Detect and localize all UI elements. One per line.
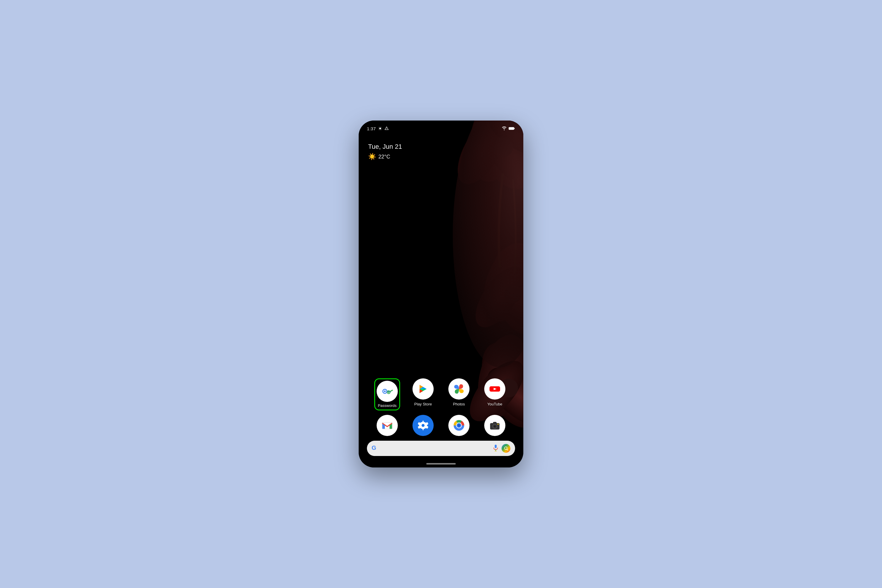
phone-frame: 1:37 [358, 120, 524, 468]
app-item-youtube[interactable]: YouTube [479, 378, 511, 409]
svg-point-52 [494, 426, 496, 427]
youtube-icon-wrap [484, 378, 506, 399]
weather-icon: ☀️ [368, 153, 376, 160]
svg-rect-19 [514, 128, 514, 129]
passwords-icon [380, 384, 395, 399]
wifi-icon [502, 126, 507, 130]
svg-rect-55 [495, 445, 497, 448]
date-text: Tue, Jun 21 [368, 143, 514, 150]
app-item-settings[interactable] [407, 415, 439, 436]
svg-line-59 [507, 449, 508, 450]
svg-point-40 [422, 424, 424, 427]
alert-icon [384, 126, 388, 130]
app-item-passwords[interactable]: Passwords [371, 378, 403, 409]
lens-icon[interactable] [502, 444, 510, 453]
status-time: 1:37 [367, 126, 376, 131]
play-store-icon [416, 381, 431, 397]
youtube-icon [487, 381, 502, 397]
mic-icon[interactable] [493, 444, 499, 452]
passwords-icon-wrap [376, 381, 398, 402]
phone-content: 1:37 [358, 120, 524, 468]
google-g-icon: G [372, 444, 378, 453]
play-store-icon-wrap [412, 378, 434, 399]
camera-icon [487, 418, 502, 433]
home-indicator [358, 463, 524, 468]
photos-icon [451, 381, 466, 397]
svg-text:G: G [372, 444, 376, 451]
passwords-label: Passwords [376, 402, 398, 410]
battery-icon [508, 127, 515, 130]
app-item-gmail[interactable] [371, 415, 403, 436]
app-item-chrome[interactable] [443, 415, 475, 436]
main-spacer [358, 160, 524, 378]
svg-point-25 [384, 390, 386, 392]
photos-icon-wrap [448, 378, 470, 399]
photos-label: Photos [453, 402, 465, 406]
home-bar [426, 463, 456, 465]
app-item-photos[interactable]: Photos [443, 378, 475, 409]
gmail-icon-wrap [376, 415, 398, 436]
weather-row: ☀️ 22°C [368, 153, 514, 160]
camera-icon-wrap [484, 415, 506, 436]
search-bar[interactable]: G [367, 441, 515, 456]
svg-point-45 [458, 424, 460, 427]
status-icons [502, 126, 515, 130]
settings-icon-wrap [412, 415, 434, 436]
status-bar: 1:37 [358, 120, 524, 135]
svg-point-16 [379, 128, 381, 129]
app-item-play-store[interactable]: Play Store [407, 378, 439, 409]
svg-point-17 [504, 130, 504, 130]
youtube-label: YouTube [487, 402, 502, 406]
app-item-camera[interactable] [479, 415, 511, 436]
temperature: 22°C [378, 154, 390, 160]
status-left: 1:37 [367, 126, 388, 131]
date-weather-widget: Tue, Jun 21 ☀️ 22°C [358, 135, 524, 160]
bulb-icon [378, 126, 382, 130]
app-row-1: Passwords [358, 378, 524, 409]
play-store-label: Play Store [414, 402, 432, 406]
svg-rect-48 [493, 422, 496, 424]
chrome-icon-wrap [448, 415, 470, 436]
gmail-icon [380, 418, 395, 433]
dock-row [358, 415, 524, 436]
chrome-icon [451, 418, 466, 433]
svg-point-53 [498, 424, 499, 425]
svg-rect-18 [509, 127, 514, 130]
settings-icon [417, 420, 429, 431]
